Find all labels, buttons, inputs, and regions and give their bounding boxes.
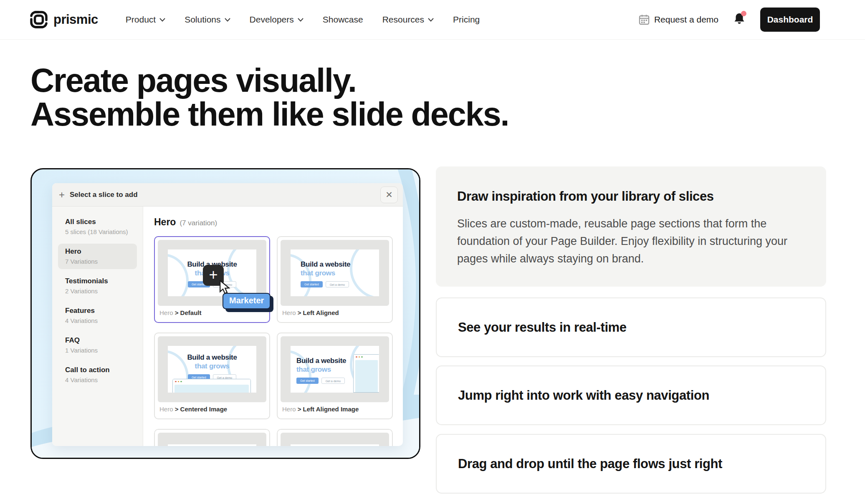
sidebar-item-all-slices[interactable]: All slices 5 slices (18 Variations) [58,214,137,239]
sidebar-item-testimonials[interactable]: Testimonials 2 Variations [58,273,137,299]
nav-item-product[interactable]: Product [126,15,165,25]
browser-dots-icon [173,379,250,384]
slice-preview: Build a website that grows Get started G… [158,336,266,402]
partial-slice-card[interactable] [277,429,393,446]
notifications-button[interactable] [733,13,745,27]
nav-right-actions: Request a demo Dashboard [639,8,820,32]
prismic-logo-icon [29,10,48,29]
mini-secondary-button: Get a demo [326,281,349,287]
slice-grid-panel: Hero (7 variation) Build a website that … [143,207,403,446]
chevron-down-icon [159,18,165,22]
modal-header: + Select a slice to add ✕ [52,183,403,207]
page-title: Create pages visually. Assemble them lik… [30,63,509,131]
slice-card-hero-centered-image[interactable]: Build a website that grows Get started G… [154,333,270,419]
mini-primary-button: Get started [301,281,323,287]
sidebar-item-call-to-action[interactable]: Call to action 4 Variations [58,362,137,388]
accordion-title: Draw inspiration from your library of sl… [457,189,801,204]
slice-preview: Build a website that grows Get started G… [158,240,266,306]
page-title-line2: Assemble them like slide decks. [30,97,509,131]
browser-dots-icon [354,355,379,359]
top-navigation: prismic Product Solutions Developers Sho… [0,0,865,40]
chevron-down-icon [225,18,230,22]
select-slice-modal: + Select a slice to add ✕ All slices 5 s… [52,183,403,446]
slice-caption: Hero > Default [159,309,266,316]
slice-card-hero-left-aligned-image[interactable]: Build a website that grows Get started G… [277,333,393,419]
accordion-title: Jump right into work with easy navigatio… [458,388,709,403]
mini-hero-centered-image: Build a website that grows Get started G… [168,346,256,393]
chevron-down-icon [428,18,434,22]
pointer-cursor-icon [219,280,231,294]
sidebar-item-hero[interactable]: Hero 7 Variations [58,244,137,269]
partial-slice-card[interactable] [154,429,270,446]
modal-title: Select a slice to add [70,191,138,199]
accordion-item-library-of-slices[interactable]: Draw inspiration from your library of sl… [436,166,826,287]
slice-preview: Build a website that grows Get started G… [281,240,389,306]
mini-primary-button: Get started [296,378,319,384]
slice-caption: Hero > Centered Image [159,406,266,413]
slice-builder-illustration: + Select a slice to add ✕ All slices 5 s… [30,168,420,459]
nav-links: Product Solutions Developers Showcase Re… [126,15,480,25]
accordion-item-easy-navigation[interactable]: Jump right into work with easy navigatio… [436,365,826,425]
calendar-icon [639,14,650,25]
browser-mockup [353,354,379,393]
accordion-title: Drag and drop until the page flows just … [458,456,722,471]
slice-caption: Hero > Left Aligned [282,309,388,316]
nav-item-developers[interactable]: Developers [250,15,304,25]
nav-item-showcase[interactable]: Showcase [323,15,363,25]
chevron-down-icon [298,18,304,22]
sidebar-item-features[interactable]: Features 4 Variations [58,303,137,328]
slice-card-hero-default[interactable]: Build a website that grows Get started G… [154,236,270,323]
user-presence-badge: Marketer [223,293,271,309]
slice-category-sidebar: All slices 5 slices (18 Variations) Hero… [52,207,143,446]
close-icon[interactable]: ✕ [380,186,398,203]
sidebar-item-faq[interactable]: FAQ 1 Variations [58,333,137,358]
browser-mockup [172,379,251,393]
plus-icon: + [59,190,65,200]
page-title-line1: Create pages visually. [30,63,509,97]
nav-item-solutions[interactable]: Solutions [185,15,230,25]
accordion-body: Slices are custom-made, reusable page se… [457,215,799,267]
accordion-item-results-real-time[interactable]: See your results in real-time [436,297,826,357]
mini-secondary-button: Get a demo [321,378,345,384]
slice-group-heading: Hero (7 variation) [154,217,403,228]
mini-hero-left-image: Build a website that grows Get started G… [291,346,379,393]
dashboard-button[interactable]: Dashboard [760,8,820,32]
request-demo-link[interactable]: Request a demo [639,14,718,25]
prismic-logo[interactable]: prismic [29,10,98,29]
mini-hero-left: Build a website that grows Get started G… [291,249,379,296]
slice-preview: Build a website that grows Get started G… [281,336,389,402]
accordion-item-drag-and-drop[interactable]: Drag and drop until the page flows just … [436,434,826,494]
nav-item-resources[interactable]: Resources [382,15,434,25]
logo-wordmark: prismic [53,12,98,27]
notification-dot [741,11,746,16]
slice-caption: Hero > Left Aligned Image [282,406,388,413]
accordion-title: See your results in real-time [458,320,627,335]
nav-item-pricing[interactable]: Pricing [453,15,480,25]
slice-card-hero-left-aligned[interactable]: Build a website that grows Get started G… [277,236,393,323]
slice-grid: Build a website that grows Get started G… [154,236,403,446]
